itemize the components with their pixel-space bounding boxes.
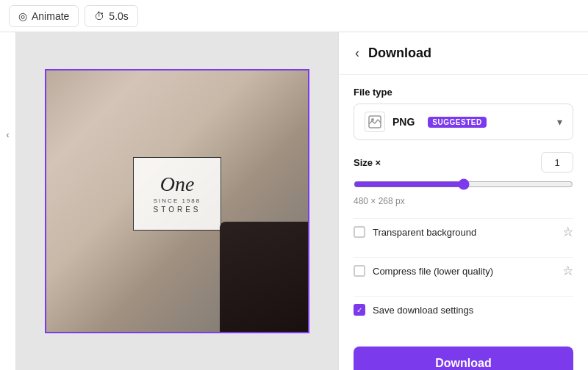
- save-settings-left: ✓ Save download settings: [354, 304, 473, 316]
- logo-stores: STORES: [154, 206, 201, 214]
- back-icon: ‹: [355, 46, 359, 61]
- panel-content: File type PNG SUGGESTED ▾: [339, 75, 588, 335]
- toolbar: ◎ Animate ⏱ 5.0s: [0, 0, 588, 32]
- transparent-bg-checkbox[interactable]: [354, 226, 365, 238]
- save-settings-label: Save download settings: [373, 305, 473, 316]
- slider-container: [354, 178, 573, 193]
- compress-label: Compress file (lower quality): [373, 266, 493, 277]
- size-section: Size × 480 × 268 px: [354, 152, 573, 206]
- left-sidebar: ‹: [0, 32, 16, 370]
- file-type-section: File type PNG SUGGESTED ▾: [354, 87, 573, 140]
- file-type-name: PNG: [392, 116, 415, 128]
- compress-info-icon[interactable]: ⛦: [563, 265, 573, 277]
- panel-header: ‹ Download: [339, 32, 588, 75]
- transparent-bg-info-icon[interactable]: ⛦: [563, 226, 573, 238]
- canvas-frame: One SINCE 1988 STORES: [45, 69, 309, 333]
- chevron-down-icon: ▾: [557, 116, 562, 128]
- dark-figure: [220, 222, 308, 332]
- download-panel: ‹ Download File type: [338, 32, 588, 370]
- suggested-badge: SUGGESTED: [428, 117, 486, 128]
- file-type-dropdown[interactable]: PNG SUGGESTED ▾: [354, 104, 573, 140]
- main-area: ‹ One SINCE 1988 STORES ‹ Download File …: [0, 32, 588, 370]
- transparent-bg-label: Transparent background: [373, 227, 476, 238]
- file-type-label: File type: [354, 87, 573, 98]
- download-button[interactable]: Download: [354, 347, 573, 370]
- animate-label: Animate: [32, 10, 69, 22]
- size-dimensions: 480 × 268 px: [354, 196, 405, 206]
- duration-button[interactable]: ⏱ 5.0s: [85, 5, 137, 27]
- compress-row: Compress file (lower quality) ⛦: [354, 257, 573, 284]
- compress-checkbox[interactable]: [354, 265, 365, 277]
- animate-icon: ◎: [18, 10, 27, 22]
- panel-title: Download: [368, 46, 431, 61]
- logo-script: One: [160, 174, 195, 195]
- animate-button[interactable]: ◎ Animate: [9, 5, 79, 27]
- size-label: Size ×: [354, 157, 381, 168]
- save-settings-checkbox[interactable]: ✓: [354, 304, 365, 316]
- size-row: Size ×: [354, 152, 573, 173]
- size-info: 480 × 268 px: [354, 196, 573, 206]
- panel-back-button[interactable]: ‹: [354, 44, 361, 62]
- size-input[interactable]: [541, 152, 573, 173]
- size-slider[interactable]: [354, 178, 573, 190]
- logo-overlay: One SINCE 1988 STORES: [133, 157, 221, 231]
- compress-left: Compress file (lower quality): [354, 265, 493, 277]
- file-type-icon: [365, 112, 385, 132]
- clock-icon: ⏱: [94, 10, 104, 22]
- sidebar-toggle[interactable]: ‹: [2, 126, 14, 144]
- transparent-bg-row: Transparent background ⛦: [354, 218, 573, 245]
- logo-since: SINCE 1988: [154, 197, 201, 204]
- save-settings-row: ✓ Save download settings: [354, 296, 573, 323]
- transparent-bg-left: Transparent background: [354, 226, 476, 238]
- duration-label: 5.0s: [109, 10, 128, 22]
- canvas-area: One SINCE 1988 STORES: [16, 32, 338, 370]
- panel-footer: Download: [339, 335, 588, 370]
- file-type-left: PNG SUGGESTED: [365, 112, 487, 132]
